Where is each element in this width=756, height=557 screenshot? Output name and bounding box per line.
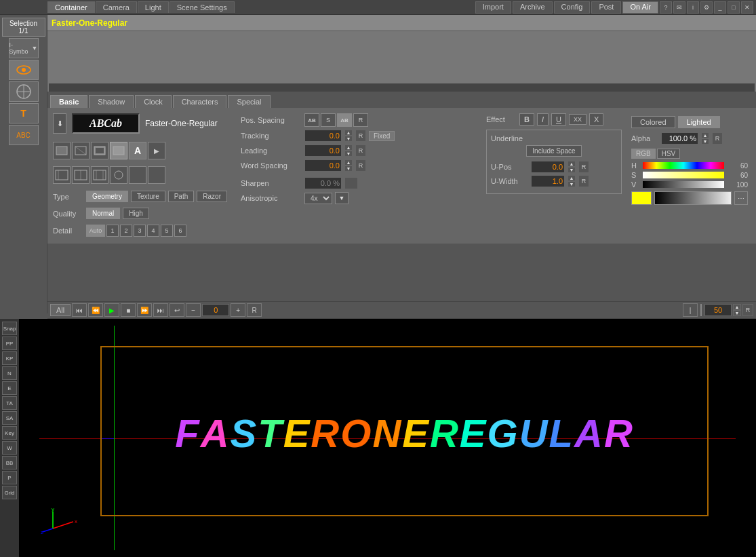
tab-characters[interactable]: Characters: [173, 95, 227, 108]
leading-r-btn[interactable]: R: [355, 145, 366, 157]
aniso-extra-btn[interactable]: ▼: [335, 192, 349, 204]
color-extra-btn[interactable]: ⋯: [734, 191, 748, 205]
tracking-r-btn[interactable]: R: [355, 130, 366, 142]
vp-btn-p[interactable]: P: [2, 471, 17, 484]
vp-btn-grid[interactable]: Grid: [2, 486, 17, 499]
transport-frame-input[interactable]: [202, 304, 229, 316]
transport-rewind-btn[interactable]: ⏮: [72, 303, 87, 317]
effect-btn-italic[interactable]: I: [537, 113, 549, 126]
detail-btn-2[interactable]: 2: [120, 225, 132, 237]
sidebar-eye-btn[interactable]: [9, 60, 39, 80]
style-btn-2-1[interactable]: [53, 166, 71, 184]
effect-btn-bold[interactable]: B: [519, 113, 534, 126]
vp-btn-n[interactable]: N: [2, 366, 17, 380]
tab-shadow[interactable]: Shadow: [89, 95, 134, 108]
effect-btn-underline[interactable]: U: [551, 113, 566, 126]
colored-btn[interactable]: Colored: [631, 116, 675, 128]
word-spacing-down[interactable]: ▼: [344, 166, 353, 172]
u-width-down[interactable]: ▼: [568, 181, 576, 187]
btn-post[interactable]: Post: [591, 1, 621, 14]
word-spacing-up[interactable]: ▲: [344, 159, 353, 166]
hsv-mode-btn[interactable]: HSV: [657, 149, 681, 159]
pos-icon-ab2[interactable]: AB: [337, 113, 352, 127]
sharpen-slider[interactable]: [344, 177, 358, 189]
u-width-input[interactable]: [531, 175, 565, 187]
pos-icon-ab[interactable]: AB: [304, 113, 319, 127]
vp-btn-kp[interactable]: KP: [2, 351, 17, 365]
sidebar-abc-btn[interactable]: ABC: [9, 125, 39, 145]
type-btn-texture[interactable]: Texture: [131, 191, 165, 202]
btn-config[interactable]: Config: [554, 1, 591, 14]
vp-btn-key[interactable]: Key: [2, 426, 17, 440]
v-bar[interactable]: [642, 180, 725, 189]
h-bar[interactable]: [642, 161, 725, 170]
alpha-r-btn[interactable]: R: [712, 132, 723, 145]
btn-archive[interactable]: Archive: [513, 1, 553, 14]
transport-stop-btn[interactable]: ■: [121, 303, 136, 317]
minimize-icon[interactable]: _: [714, 1, 726, 14]
type-btn-razor[interactable]: Razor: [197, 191, 227, 202]
vp-btn-ta[interactable]: TA: [2, 396, 17, 410]
transport-step-fwd-btn[interactable]: ⏩: [137, 303, 152, 317]
tab-container[interactable]: Container: [47, 1, 95, 13]
detail-btn-auto[interactable]: Auto: [86, 225, 105, 237]
color-swatch[interactable]: [631, 191, 652, 205]
style-btn-arrow[interactable]: ▶: [148, 142, 165, 159]
quality-btn-normal[interactable]: Normal: [86, 208, 120, 219]
tab-camera[interactable]: Camera: [96, 1, 137, 13]
vp-btn-e[interactable]: E: [2, 381, 17, 395]
u-pos-up[interactable]: ▲: [568, 161, 576, 167]
help-icon[interactable]: ?: [660, 1, 672, 14]
vp-btn-sa[interactable]: SA: [2, 411, 17, 425]
detail-btn-1[interactable]: 1: [106, 225, 119, 237]
transport-max-up[interactable]: ▲: [733, 304, 741, 310]
transport-max-r-btn[interactable]: R: [742, 304, 753, 316]
style-btn-2-3[interactable]: [91, 166, 108, 184]
vp-btn-bb[interactable]: BB: [2, 456, 17, 469]
u-pos-r-btn[interactable]: R: [578, 161, 589, 173]
transport-play-btn[interactable]: ▶: [104, 303, 119, 317]
tab-light[interactable]: Light: [138, 1, 169, 13]
style-btn-A[interactable]: A: [129, 142, 146, 159]
style-btn-2-5[interactable]: [129, 166, 146, 184]
u-width-r-btn[interactable]: R: [578, 175, 589, 187]
detail-btn-5[interactable]: 5: [161, 225, 173, 237]
transport-all-btn[interactable]: All: [50, 304, 71, 316]
sidebar-compass-btn[interactable]: [9, 81, 39, 102]
s-bar[interactable]: [642, 171, 725, 179]
vp-btn-pp[interactable]: PP: [2, 337, 17, 350]
u-pos-down[interactable]: ▼: [568, 167, 576, 173]
transport-max-down[interactable]: ▼: [733, 310, 741, 316]
leading-down[interactable]: ▼: [344, 151, 353, 157]
include-space-btn[interactable]: Include Space: [526, 145, 581, 157]
leading-up[interactable]: ▲: [344, 145, 353, 151]
tab-basic[interactable]: Basic: [50, 95, 87, 108]
sharpen-input[interactable]: [304, 177, 342, 189]
style-btn-4[interactable]: [110, 142, 127, 159]
tab-clock[interactable]: Clock: [135, 95, 172, 108]
style-btn-2-4[interactable]: [110, 166, 127, 184]
u-width-up[interactable]: ▲: [568, 175, 576, 181]
preview-scrollbar[interactable]: [49, 83, 755, 92]
settings-icon[interactable]: ⚙: [700, 1, 713, 14]
transport-loop-btn[interactable]: ↩: [170, 303, 184, 317]
vp-btn-w[interactable]: W: [2, 441, 17, 455]
style-btn-2[interactable]: [72, 142, 89, 159]
type-btn-path[interactable]: Path: [168, 191, 195, 202]
u-pos-input[interactable]: [531, 161, 565, 173]
quality-btn-high[interactable]: High: [123, 208, 149, 219]
btn-import[interactable]: Import: [475, 1, 511, 14]
transport-marker-btn[interactable]: |: [683, 303, 698, 317]
sidebar-text-btn[interactable]: T: [9, 103, 39, 123]
style-btn-2-6[interactable]: [148, 166, 165, 184]
effect-btn-x[interactable]: X: [589, 113, 603, 126]
tracking-up[interactable]: ▲: [344, 130, 353, 136]
effect-btn-xx[interactable]: XX: [569, 114, 586, 125]
aniso-select[interactable]: 4x 2x 8x: [304, 193, 332, 204]
alpha-up[interactable]: ▲: [701, 132, 709, 138]
alpha-input[interactable]: [661, 132, 698, 145]
transport-minus-btn[interactable]: −: [186, 303, 201, 317]
pos-icon-s[interactable]: S: [321, 113, 336, 127]
pos-icon-r[interactable]: R: [353, 113, 368, 127]
style-btn-2-2[interactable]: [72, 166, 89, 184]
